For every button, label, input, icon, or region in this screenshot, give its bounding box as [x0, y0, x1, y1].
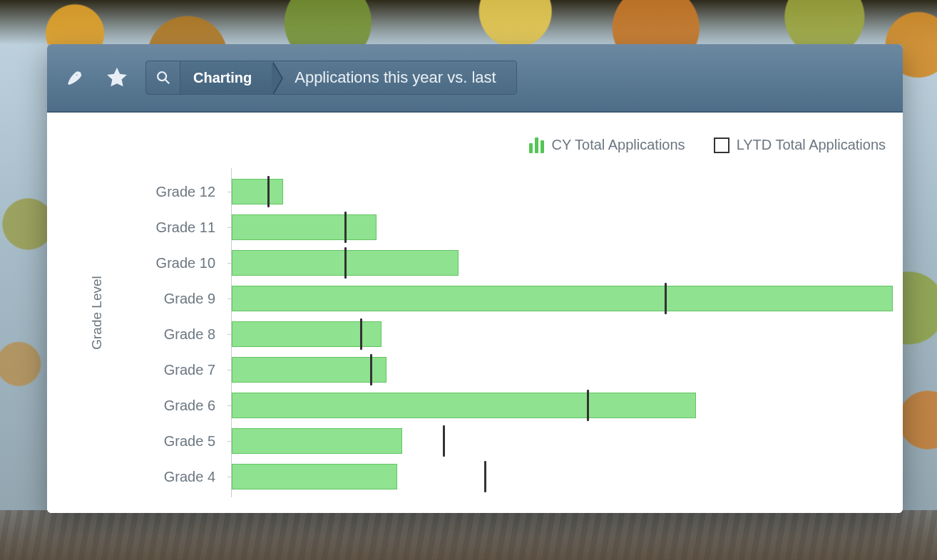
category-label: Grade 7	[124, 362, 224, 378]
breadcrumb-primary[interactable]: Charting	[180, 61, 272, 94]
wallpaper-bottom	[0, 510, 937, 560]
svg-point-0	[76, 73, 78, 76]
legend-cy-label: CY Total Applications	[551, 137, 685, 153]
category-label: Grade 6	[124, 398, 224, 414]
legend-item-cy[interactable]: CY Total Applications	[529, 137, 685, 153]
category-label: Grade 8	[124, 326, 224, 343]
cy-bar[interactable]	[232, 321, 382, 347]
breadcrumb-secondary[interactable]: Applications this year vs. last	[272, 61, 516, 94]
svg-point-1	[158, 72, 166, 81]
breadcrumb: Charting Applications this year vs. last	[145, 61, 517, 95]
lytd-marker[interactable]	[587, 390, 589, 421]
cy-bar[interactable]	[232, 464, 397, 489]
chart-row: Grade 5	[124, 423, 903, 459]
box-icon	[714, 138, 729, 153]
lytd-marker[interactable]	[344, 247, 347, 279]
category-label: Grade 5	[124, 433, 224, 450]
lytd-marker[interactable]	[484, 461, 486, 492]
cy-bar[interactable]	[232, 428, 402, 454]
search-icon[interactable]	[146, 61, 180, 94]
legend-lytd-label: LYTD Total Applications	[737, 137, 886, 153]
cy-bar[interactable]	[232, 214, 377, 240]
breadcrumb-primary-label: Charting	[193, 70, 252, 86]
chart-row: Grade 8	[124, 316, 903, 352]
svg-line-2	[165, 80, 169, 84]
lytd-marker[interactable]	[443, 425, 445, 457]
lytd-marker[interactable]	[360, 318, 362, 350]
chart-row: Grade 12	[124, 174, 903, 209]
bars-icon	[529, 138, 544, 153]
app-panel: Charting Applications this year vs. last…	[47, 44, 903, 513]
category-label: Grade 9	[124, 291, 224, 307]
chart-plot: Grade 12Grade 11Grade 10Grade 9Grade 8Gr…	[124, 174, 903, 513]
cy-bar[interactable]	[232, 393, 696, 418]
chart-row: Grade 10	[124, 245, 903, 281]
chart-row: Grade 7	[124, 352, 903, 388]
category-label: Grade 4	[124, 469, 224, 485]
chart-area: CY Total Applications LYTD Total Applica…	[47, 113, 903, 513]
cy-bar[interactable]	[232, 179, 283, 204]
rocket-icon[interactable]	[60, 63, 88, 92]
chart-row: Grade 11	[124, 209, 903, 245]
cy-bar[interactable]	[232, 357, 386, 383]
y-axis-title: Grade Level	[89, 276, 105, 350]
cy-bar[interactable]	[232, 286, 893, 311]
chart-row: Grade 9	[124, 281, 903, 316]
lytd-marker[interactable]	[665, 283, 667, 314]
breadcrumb-secondary-label: Applications this year vs. last	[295, 68, 496, 87]
chart-row: Grade 4	[124, 459, 903, 494]
chart-legend: CY Total Applications LYTD Total Applica…	[529, 137, 886, 153]
lytd-marker[interactable]	[370, 354, 372, 385]
top-bar: Charting Applications this year vs. last	[47, 44, 903, 113]
lytd-marker[interactable]	[267, 176, 270, 207]
category-label: Grade 10	[124, 255, 224, 271]
category-label: Grade 11	[124, 219, 224, 236]
lytd-marker[interactable]	[344, 212, 347, 243]
legend-item-lytd[interactable]: LYTD Total Applications	[714, 137, 886, 153]
star-icon[interactable]	[103, 63, 131, 92]
category-label: Grade 12	[124, 184, 224, 200]
chart-row: Grade 6	[124, 388, 903, 423]
